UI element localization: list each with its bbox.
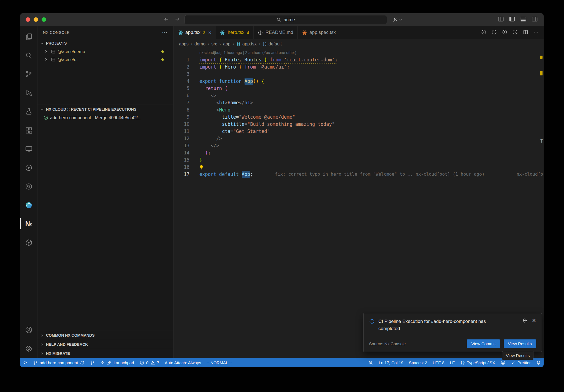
launchpad-item[interactable]: Launchpad xyxy=(97,358,137,367)
split-editor-icon[interactable] xyxy=(523,29,528,36)
breadcrumb-item[interactable]: apps xyxy=(179,42,189,47)
run-file-icon[interactable] xyxy=(513,29,518,36)
view-commit-button[interactable]: View Commit xyxy=(467,339,500,348)
breadcrumb-item[interactable]: app xyxy=(223,42,231,47)
pipeline-item[interactable]: add-hero-component - Merge 409b44e5cb02.… xyxy=(37,114,173,122)
command-center[interactable]: acme xyxy=(185,15,387,24)
language-item[interactable]: {}TypeScript JSX xyxy=(457,358,498,367)
project-item[interactable]: @acme/demo xyxy=(37,48,173,56)
settings-gear-icon[interactable] xyxy=(20,339,37,358)
toggle-secondary-sidebar-icon[interactable] xyxy=(532,17,538,23)
git-branch-icon xyxy=(90,360,95,365)
close-tab-icon[interactable]: × xyxy=(208,30,212,35)
code-line[interactable]: 14 ); xyxy=(173,149,544,156)
eol-item[interactable]: LF xyxy=(447,358,458,367)
section-header[interactable]: COMMON NX COMMANDS xyxy=(37,331,173,340)
git-compare-item[interactable] xyxy=(87,358,97,367)
notification-settings-icon[interactable] xyxy=(522,318,528,325)
play-circle-icon[interactable] xyxy=(20,158,37,177)
code-line[interactable]: 11 cta="Get Started" xyxy=(173,128,544,135)
code-line[interactable]: 7 <h1>Home</h1> xyxy=(173,99,544,106)
package-icon[interactable] xyxy=(20,233,37,252)
line-number: 7 xyxy=(173,99,189,106)
view-results-tooltip: View Results xyxy=(502,351,533,360)
nx-console-icon[interactable]: N≥ xyxy=(20,214,37,233)
code-line[interactable]: 2import { Hero } from '@acme/ui'; xyxy=(173,63,544,70)
section-header[interactable]: NX MIGRATE xyxy=(37,349,173,358)
breadcrumb-item[interactable]: default xyxy=(262,42,282,47)
code-line[interactable]: 12 /> xyxy=(173,135,544,142)
view-results-button[interactable]: View Results xyxy=(504,339,536,348)
code-line[interactable]: 13 </> xyxy=(173,142,544,149)
account-icon[interactable] xyxy=(20,320,37,339)
remote-indicator[interactable] xyxy=(20,358,30,367)
breadcrumb-separator: › xyxy=(191,42,192,47)
code-line[interactable]: 9 title="Welcome @acme/demo" xyxy=(173,113,544,121)
zoom-indicator[interactable] xyxy=(366,358,376,367)
tab-hero.tsx[interactable]: hero.tsx4 xyxy=(216,26,254,39)
minimize-window-button[interactable] xyxy=(34,17,38,22)
nav-back-icon[interactable] xyxy=(163,16,169,23)
remote-explorer-icon[interactable] xyxy=(20,140,37,158)
zoom-window-button[interactable] xyxy=(42,17,46,22)
section-header[interactable]: HELP AND FEEDBACK xyxy=(37,340,173,349)
navigate-back-circle-icon[interactable] xyxy=(481,29,486,36)
tab-app.tsx[interactable]: app.tsx3× xyxy=(173,26,216,39)
chevron-down-icon xyxy=(39,107,45,112)
code-line[interactable]: 1import { Route, Routes } from 'react-ro… xyxy=(173,56,544,63)
search-circle-icon[interactable] xyxy=(20,177,37,196)
notifications-bell-icon[interactable] xyxy=(533,358,544,367)
profile-icon[interactable] xyxy=(392,13,402,26)
code-line[interactable]: 15} xyxy=(173,156,544,164)
projects-section-header[interactable]: PROJECTS xyxy=(37,39,173,48)
source-control-icon[interactable] xyxy=(20,65,37,83)
breadcrumb-item[interactable]: app.tsx xyxy=(236,42,257,47)
nav-forward-icon[interactable] xyxy=(175,16,180,23)
circle-outline-icon[interactable] xyxy=(492,29,497,36)
line-number: 5 xyxy=(173,85,189,92)
nx-cloud-section-header[interactable]: NX CLOUD :: RECENT CI PIPELINE EXECUTION… xyxy=(37,105,173,114)
branch-item[interactable]: add-hero-component xyxy=(30,358,87,367)
editor-more-actions-icon[interactable] xyxy=(533,29,539,36)
braces-icon: {} xyxy=(460,360,465,365)
line-number: 4 xyxy=(173,78,189,85)
editor-scrollbar[interactable]: T xyxy=(539,49,544,358)
tab-app.spec.tsx[interactable]: app.spec.tsx xyxy=(298,26,340,39)
breadcrumb-item[interactable]: src xyxy=(211,42,217,47)
project-item[interactable]: @acme/ui xyxy=(37,56,173,64)
edge-devtools-icon[interactable] xyxy=(20,196,37,214)
navigate-forward-circle-icon[interactable] xyxy=(502,29,507,36)
toggle-primary-sidebar-icon[interactable] xyxy=(509,17,515,23)
explorer-icon[interactable] xyxy=(20,27,37,46)
editor[interactable]: nx-cloud[bot], 1 hour ago | 2 authors (Y… xyxy=(173,49,544,358)
code-line[interactable]: 16 xyxy=(173,164,544,171)
line-number: 11 xyxy=(173,128,189,135)
close-window-button[interactable] xyxy=(26,17,30,22)
cursor-position-item[interactable]: Ln 17, Col 19 xyxy=(376,358,406,367)
auto-attach-item[interactable]: Auto Attach: Always xyxy=(162,358,204,367)
sidebar-more-actions-icon[interactable]: ⋯ xyxy=(162,29,168,36)
code-line[interactable]: 6 <> xyxy=(173,92,544,99)
tab-README.md[interactable]: README.md xyxy=(254,26,298,39)
code-line[interactable]: 5 return ( xyxy=(173,85,544,92)
bottom-sections: COMMON NX COMMANDSHELP AND FEEDBACKNX MI… xyxy=(37,331,173,358)
notification-close-icon[interactable]: ✕ xyxy=(532,318,536,323)
testing-icon[interactable] xyxy=(20,102,37,121)
sparkle-icon xyxy=(100,360,105,365)
breadcrumb-separator: › xyxy=(259,42,260,47)
customize-layout-icon[interactable] xyxy=(498,17,504,23)
code-line[interactable]: 3 xyxy=(173,70,544,78)
indentation-item[interactable]: Spaces: 2 xyxy=(406,358,430,367)
vim-mode-item[interactable]: -- NORMAL -- xyxy=(204,358,235,367)
run-debug-icon[interactable] xyxy=(20,83,37,102)
extensions-icon[interactable] xyxy=(20,121,37,140)
code-line[interactable]: 10 subtitle="Build something amazing tod… xyxy=(173,121,544,128)
code-line[interactable]: 4export function App() { xyxy=(173,78,544,85)
encoding-item[interactable]: UTF-8 xyxy=(430,358,447,367)
problems-item[interactable]: 0 7 xyxy=(137,358,162,367)
code-line[interactable]: 8 <Hero xyxy=(173,106,544,113)
code-line[interactable]: 17export default App;fix: correct typo i… xyxy=(173,171,544,178)
search-icon[interactable] xyxy=(20,46,37,65)
toggle-panel-icon[interactable] xyxy=(520,17,526,23)
breadcrumb-item[interactable]: demo xyxy=(194,42,205,47)
